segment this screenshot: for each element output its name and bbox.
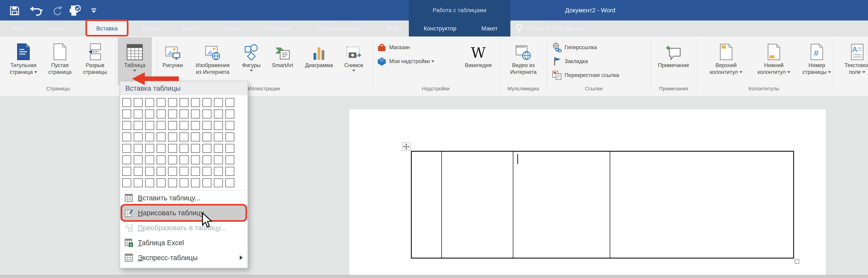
online-video-button[interactable]: Видео из Интернета [503, 37, 544, 85]
table-grid-cell[interactable] [122, 98, 131, 107]
table-grid-cell[interactable] [191, 121, 200, 130]
table-move-handle[interactable] [402, 142, 410, 151]
table-button[interactable]: Таблица [118, 37, 152, 85]
table-grid-cell[interactable] [180, 155, 189, 164]
table-grid-cell[interactable] [203, 167, 212, 176]
table-resize-handle[interactable] [795, 259, 799, 264]
print-preview-button[interactable] [67, 3, 82, 18]
table-grid-cell[interactable] [157, 98, 166, 107]
tab-layout[interactable]: Макет [175, 21, 207, 36]
table-grid-cell[interactable] [191, 178, 200, 187]
table-grid-cell[interactable] [191, 132, 200, 141]
bookmark-button[interactable]: Закладка [552, 55, 588, 67]
table-grid-cell[interactable] [157, 144, 166, 153]
table-grid-cell[interactable] [225, 155, 235, 164]
table-grid-cell[interactable] [225, 109, 235, 118]
drawn-table[interactable] [411, 151, 794, 258]
table-grid-cell[interactable] [180, 144, 189, 153]
table-grid-cell[interactable] [157, 155, 166, 164]
table-grid-cell[interactable] [214, 121, 223, 130]
wikipedia-button[interactable]: W Википедия [460, 37, 496, 85]
table-grid-cell[interactable] [203, 132, 212, 141]
table-grid-cell[interactable] [134, 178, 143, 187]
table-grid-cell[interactable] [168, 132, 177, 141]
table-grid-cell[interactable] [214, 109, 223, 118]
table-grid-cell[interactable] [203, 98, 212, 107]
menu-item-insert-table[interactable]: Вставить таблицу... [120, 190, 248, 205]
table-grid-cell[interactable] [145, 98, 154, 107]
table-grid-cell[interactable] [134, 155, 143, 164]
my-add-ins-button[interactable]: Мои надстройки [377, 55, 434, 67]
tell-me-box[interactable]: Что вы хотите сделать? [526, 21, 588, 36]
table-grid-cell[interactable] [134, 132, 143, 141]
table-grid-cell[interactable] [145, 121, 154, 130]
page-number-button[interactable]: # Номер страницы [797, 37, 837, 85]
table-grid-cell[interactable] [191, 167, 200, 176]
table-grid-cell[interactable] [157, 178, 166, 187]
table-grid-cell[interactable] [225, 144, 235, 153]
table-grid-cell[interactable] [168, 121, 177, 130]
table-grid-cell[interactable] [134, 121, 143, 130]
table-grid-cell[interactable] [180, 98, 189, 107]
table-grid-cell[interactable] [122, 132, 131, 141]
table-grid-cell[interactable] [191, 144, 200, 153]
table-grid-cell[interactable] [225, 178, 235, 187]
shapes-button[interactable]: Фигуры [239, 37, 264, 85]
table-grid-cell[interactable] [214, 132, 223, 141]
table-grid-cell[interactable] [203, 144, 212, 153]
table-grid-cell[interactable] [122, 178, 131, 187]
pictures-button[interactable]: Рисунки [159, 37, 187, 85]
table-column-border[interactable] [513, 152, 513, 258]
header-button[interactable]: Верхний колонтитул [707, 37, 746, 85]
table-grid-cell[interactable] [180, 132, 189, 141]
table-grid-cell[interactable] [157, 132, 166, 141]
table-grid-cell[interactable] [145, 167, 154, 176]
online-pictures-button[interactable]: Изображения из Интернета [188, 37, 237, 85]
table-grid-cell[interactable] [145, 109, 154, 118]
table-grid-cell[interactable] [168, 98, 177, 107]
table-grid-cell[interactable] [157, 167, 166, 176]
table-grid-cell[interactable] [180, 121, 189, 130]
table-column-border[interactable] [610, 152, 610, 258]
table-grid-cell[interactable] [191, 109, 200, 118]
table-grid-cell[interactable] [180, 167, 189, 176]
hyperlink-button[interactable]: Гиперссылка [552, 41, 597, 54]
table-grid-cell[interactable] [214, 98, 223, 107]
tab-table-layout-contextual[interactable]: Макет [471, 21, 508, 36]
table-grid-cell[interactable] [203, 155, 212, 164]
tab-table-design-contextual[interactable]: Конструктор [416, 21, 464, 36]
table-grid-cell[interactable] [168, 109, 177, 118]
table-grid-cell[interactable] [134, 98, 143, 107]
text-box-button[interactable]: A Текстовое поле [838, 37, 868, 85]
table-grid-cell[interactable] [145, 178, 154, 187]
tab-file[interactable]: Файл [7, 21, 31, 36]
table-grid-cell[interactable] [134, 167, 143, 176]
page-break-button[interactable]: Разрыв страницы [78, 37, 112, 85]
screenshot-button[interactable]: Снимок [339, 37, 369, 85]
tab-references[interactable]: Ссылки [216, 21, 248, 36]
tab-design[interactable]: Дизайн [135, 21, 168, 36]
table-grid-cell[interactable] [122, 167, 131, 176]
table-grid-cell[interactable] [168, 155, 177, 164]
comment-button[interactable]: Примечание [658, 37, 689, 85]
table-grid-cell[interactable] [203, 109, 212, 118]
tab-view[interactable]: Вид [380, 21, 405, 36]
table-grid-cell[interactable] [225, 167, 235, 176]
chart-button[interactable]: Диаграмма [301, 37, 337, 85]
cross-reference-button[interactable]: Перекрестная ссылка [552, 69, 619, 82]
table-grid-cell[interactable] [168, 144, 177, 153]
table-grid-cell[interactable] [180, 109, 189, 118]
table-column-border[interactable] [441, 152, 442, 258]
cover-page-button[interactable]: Титульная страница [5, 37, 42, 85]
table-grid-cell[interactable] [168, 178, 177, 187]
tab-review[interactable]: Рецензирование [309, 21, 370, 36]
tab-insert[interactable]: Вставка [88, 21, 126, 36]
table-grid-cell[interactable] [122, 144, 131, 153]
menu-item-draw-table[interactable]: Нарисовать таблицу [120, 205, 248, 220]
table-grid-cell[interactable] [225, 132, 235, 141]
table-grid-cell[interactable] [191, 98, 200, 107]
table-grid-cell[interactable] [145, 144, 154, 153]
table-grid-cell[interactable] [214, 144, 223, 153]
customize-quick-access-button[interactable] [88, 3, 100, 18]
table-grid-cell[interactable] [168, 167, 177, 176]
